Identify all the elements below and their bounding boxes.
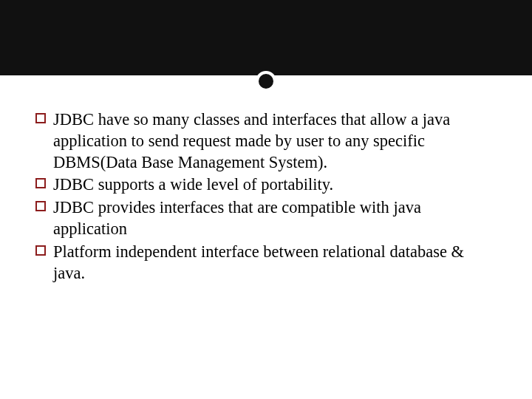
bullet-text: JDBC provides interfaces that are compat…	[53, 198, 421, 238]
bullet-text: JDBC supports a wide level of portabilit…	[53, 175, 333, 194]
bullet-text: JDBC have so many classes and interfaces…	[53, 110, 450, 171]
bullet-text: Platform independent interface between r…	[53, 242, 464, 282]
title-band	[0, 0, 532, 75]
list-item: Platform independent interface between r…	[35, 242, 497, 284]
slide: JDBC have so many classes and interfaces…	[0, 0, 532, 399]
list-item: JDBC provides interfaces that are compat…	[35, 197, 497, 240]
square-bullet-icon	[35, 245, 46, 256]
divider-line-left	[0, 78, 254, 80]
square-bullet-icon	[35, 178, 46, 188]
list-item: JDBC supports a wide level of portabilit…	[35, 174, 497, 196]
divider-circle-icon	[256, 71, 276, 92]
divider-line-right	[278, 78, 532, 80]
list-item: JDBC have so many classes and interfaces…	[35, 109, 497, 173]
square-bullet-icon	[35, 201, 46, 211]
body-text: JDBC have so many classes and interfaces…	[35, 109, 497, 285]
square-bullet-icon	[35, 113, 46, 123]
